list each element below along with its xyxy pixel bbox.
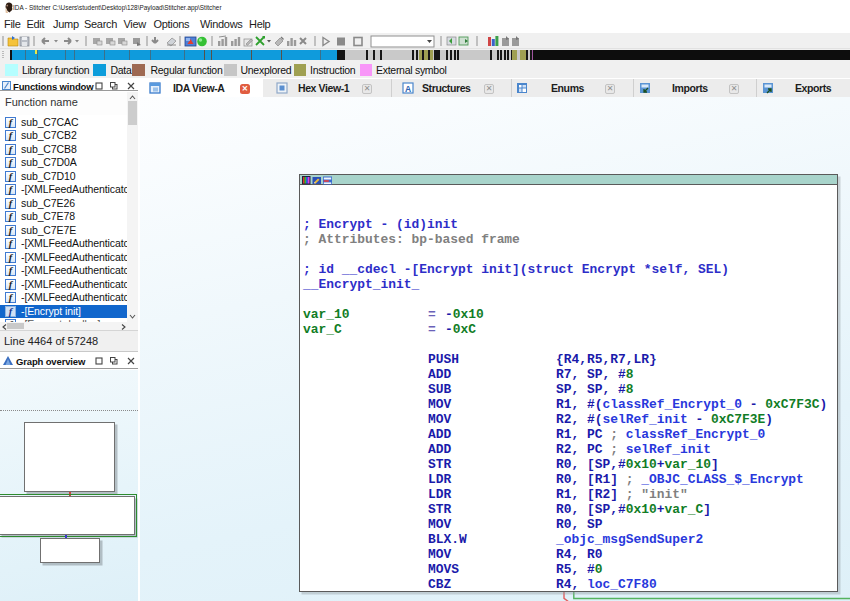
svg-text:A: A	[405, 84, 411, 94]
